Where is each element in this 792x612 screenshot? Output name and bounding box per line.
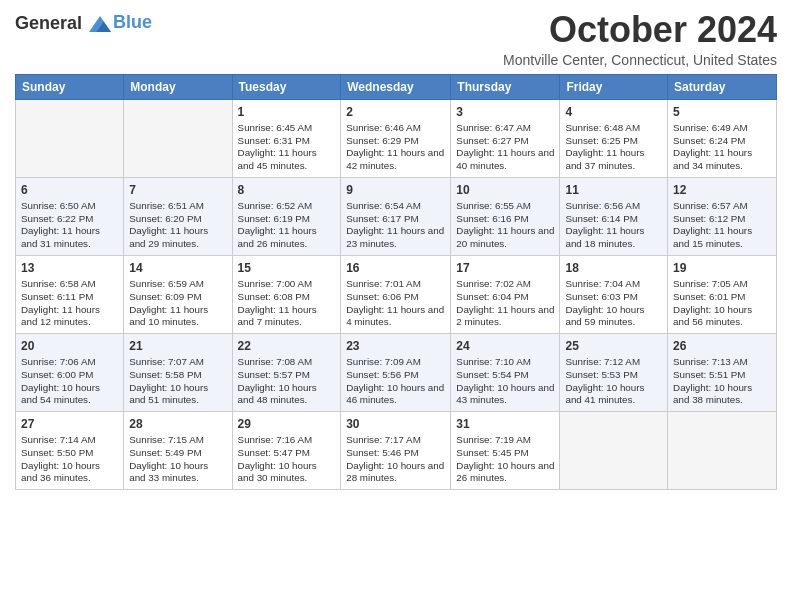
day-info: Sunrise: 7:00 AM Sunset: 6:08 PM Dayligh… bbox=[238, 278, 336, 329]
day-number: 26 bbox=[673, 338, 771, 354]
month-title: October 2024 bbox=[503, 10, 777, 50]
day-info: Sunrise: 7:09 AM Sunset: 5:56 PM Dayligh… bbox=[346, 356, 445, 407]
day-number: 29 bbox=[238, 416, 336, 432]
calendar-cell: 9Sunrise: 6:54 AM Sunset: 6:17 PM Daylig… bbox=[341, 177, 451, 255]
calendar-week-row: 27Sunrise: 7:14 AM Sunset: 5:50 PM Dayli… bbox=[16, 412, 777, 490]
calendar-cell: 4Sunrise: 6:48 AM Sunset: 6:25 PM Daylig… bbox=[560, 99, 668, 177]
calendar-cell: 12Sunrise: 6:57 AM Sunset: 6:12 PM Dayli… bbox=[668, 177, 777, 255]
calendar-cell: 15Sunrise: 7:00 AM Sunset: 6:08 PM Dayli… bbox=[232, 255, 341, 333]
day-info: Sunrise: 6:58 AM Sunset: 6:11 PM Dayligh… bbox=[21, 278, 118, 329]
day-info: Sunrise: 6:59 AM Sunset: 6:09 PM Dayligh… bbox=[129, 278, 226, 329]
day-info: Sunrise: 6:45 AM Sunset: 6:31 PM Dayligh… bbox=[238, 122, 336, 173]
day-info: Sunrise: 7:02 AM Sunset: 6:04 PM Dayligh… bbox=[456, 278, 554, 329]
day-info: Sunrise: 6:55 AM Sunset: 6:16 PM Dayligh… bbox=[456, 200, 554, 251]
location: Montville Center, Connecticut, United St… bbox=[503, 52, 777, 68]
day-number: 31 bbox=[456, 416, 554, 432]
calendar-cell: 14Sunrise: 6:59 AM Sunset: 6:09 PM Dayli… bbox=[124, 255, 232, 333]
calendar-cell: 1Sunrise: 6:45 AM Sunset: 6:31 PM Daylig… bbox=[232, 99, 341, 177]
calendar-cell: 26Sunrise: 7:13 AM Sunset: 5:51 PM Dayli… bbox=[668, 333, 777, 411]
calendar-cell: 24Sunrise: 7:10 AM Sunset: 5:54 PM Dayli… bbox=[451, 333, 560, 411]
day-number: 21 bbox=[129, 338, 226, 354]
calendar-cell: 8Sunrise: 6:52 AM Sunset: 6:19 PM Daylig… bbox=[232, 177, 341, 255]
day-number: 11 bbox=[565, 182, 662, 198]
calendar-cell: 27Sunrise: 7:14 AM Sunset: 5:50 PM Dayli… bbox=[16, 412, 124, 490]
day-number: 30 bbox=[346, 416, 445, 432]
day-info: Sunrise: 6:49 AM Sunset: 6:24 PM Dayligh… bbox=[673, 122, 771, 173]
day-number: 15 bbox=[238, 260, 336, 276]
day-number: 5 bbox=[673, 104, 771, 120]
day-info: Sunrise: 6:47 AM Sunset: 6:27 PM Dayligh… bbox=[456, 122, 554, 173]
calendar-cell: 28Sunrise: 7:15 AM Sunset: 5:49 PM Dayli… bbox=[124, 412, 232, 490]
title-block: October 2024 Montville Center, Connectic… bbox=[503, 10, 777, 68]
calendar-header-row: Sunday Monday Tuesday Wednesday Thursday… bbox=[16, 74, 777, 99]
calendar-cell: 6Sunrise: 6:50 AM Sunset: 6:22 PM Daylig… bbox=[16, 177, 124, 255]
day-number: 19 bbox=[673, 260, 771, 276]
calendar-page: General Blue October 2024 Montville Cent… bbox=[0, 0, 792, 612]
page-header: General Blue October 2024 Montville Cent… bbox=[15, 10, 777, 68]
calendar-week-row: 20Sunrise: 7:06 AM Sunset: 6:00 PM Dayli… bbox=[16, 333, 777, 411]
day-number: 28 bbox=[129, 416, 226, 432]
calendar-cell: 2Sunrise: 6:46 AM Sunset: 6:29 PM Daylig… bbox=[341, 99, 451, 177]
day-number: 16 bbox=[346, 260, 445, 276]
day-info: Sunrise: 7:06 AM Sunset: 6:00 PM Dayligh… bbox=[21, 356, 118, 407]
day-number: 24 bbox=[456, 338, 554, 354]
calendar-cell: 3Sunrise: 6:47 AM Sunset: 6:27 PM Daylig… bbox=[451, 99, 560, 177]
col-sunday: Sunday bbox=[16, 74, 124, 99]
calendar-cell: 17Sunrise: 7:02 AM Sunset: 6:04 PM Dayli… bbox=[451, 255, 560, 333]
calendar-cell: 22Sunrise: 7:08 AM Sunset: 5:57 PM Dayli… bbox=[232, 333, 341, 411]
calendar-cell bbox=[124, 99, 232, 177]
day-info: Sunrise: 6:48 AM Sunset: 6:25 PM Dayligh… bbox=[565, 122, 662, 173]
day-number: 20 bbox=[21, 338, 118, 354]
day-number: 22 bbox=[238, 338, 336, 354]
calendar-cell: 25Sunrise: 7:12 AM Sunset: 5:53 PM Dayli… bbox=[560, 333, 668, 411]
day-number: 13 bbox=[21, 260, 118, 276]
day-info: Sunrise: 6:56 AM Sunset: 6:14 PM Dayligh… bbox=[565, 200, 662, 251]
day-number: 17 bbox=[456, 260, 554, 276]
day-number: 14 bbox=[129, 260, 226, 276]
calendar-week-row: 6Sunrise: 6:50 AM Sunset: 6:22 PM Daylig… bbox=[16, 177, 777, 255]
calendar-cell: 10Sunrise: 6:55 AM Sunset: 6:16 PM Dayli… bbox=[451, 177, 560, 255]
calendar-cell bbox=[16, 99, 124, 177]
day-number: 12 bbox=[673, 182, 771, 198]
day-number: 7 bbox=[129, 182, 226, 198]
calendar-cell: 11Sunrise: 6:56 AM Sunset: 6:14 PM Dayli… bbox=[560, 177, 668, 255]
day-number: 10 bbox=[456, 182, 554, 198]
day-number: 9 bbox=[346, 182, 445, 198]
day-number: 6 bbox=[21, 182, 118, 198]
col-wednesday: Wednesday bbox=[341, 74, 451, 99]
col-thursday: Thursday bbox=[451, 74, 560, 99]
calendar-table: Sunday Monday Tuesday Wednesday Thursday… bbox=[15, 74, 777, 491]
col-tuesday: Tuesday bbox=[232, 74, 341, 99]
day-info: Sunrise: 7:10 AM Sunset: 5:54 PM Dayligh… bbox=[456, 356, 554, 407]
day-info: Sunrise: 6:51 AM Sunset: 6:20 PM Dayligh… bbox=[129, 200, 226, 251]
day-info: Sunrise: 6:46 AM Sunset: 6:29 PM Dayligh… bbox=[346, 122, 445, 173]
calendar-cell bbox=[668, 412, 777, 490]
calendar-cell: 20Sunrise: 7:06 AM Sunset: 6:00 PM Dayli… bbox=[16, 333, 124, 411]
calendar-cell: 7Sunrise: 6:51 AM Sunset: 6:20 PM Daylig… bbox=[124, 177, 232, 255]
day-info: Sunrise: 6:50 AM Sunset: 6:22 PM Dayligh… bbox=[21, 200, 118, 251]
col-friday: Friday bbox=[560, 74, 668, 99]
logo-icon bbox=[89, 15, 111, 33]
day-info: Sunrise: 6:52 AM Sunset: 6:19 PM Dayligh… bbox=[238, 200, 336, 251]
calendar-cell: 19Sunrise: 7:05 AM Sunset: 6:01 PM Dayli… bbox=[668, 255, 777, 333]
calendar-cell: 5Sunrise: 6:49 AM Sunset: 6:24 PM Daylig… bbox=[668, 99, 777, 177]
day-number: 8 bbox=[238, 182, 336, 198]
day-info: Sunrise: 6:57 AM Sunset: 6:12 PM Dayligh… bbox=[673, 200, 771, 251]
day-number: 1 bbox=[238, 104, 336, 120]
col-saturday: Saturday bbox=[668, 74, 777, 99]
day-info: Sunrise: 7:19 AM Sunset: 5:45 PM Dayligh… bbox=[456, 434, 554, 485]
day-number: 4 bbox=[565, 104, 662, 120]
calendar-cell: 31Sunrise: 7:19 AM Sunset: 5:45 PM Dayli… bbox=[451, 412, 560, 490]
calendar-cell: 13Sunrise: 6:58 AM Sunset: 6:11 PM Dayli… bbox=[16, 255, 124, 333]
day-info: Sunrise: 6:54 AM Sunset: 6:17 PM Dayligh… bbox=[346, 200, 445, 251]
calendar-week-row: 13Sunrise: 6:58 AM Sunset: 6:11 PM Dayli… bbox=[16, 255, 777, 333]
day-info: Sunrise: 7:01 AM Sunset: 6:06 PM Dayligh… bbox=[346, 278, 445, 329]
day-number: 25 bbox=[565, 338, 662, 354]
day-number: 2 bbox=[346, 104, 445, 120]
day-info: Sunrise: 7:13 AM Sunset: 5:51 PM Dayligh… bbox=[673, 356, 771, 407]
day-info: Sunrise: 7:08 AM Sunset: 5:57 PM Dayligh… bbox=[238, 356, 336, 407]
day-number: 3 bbox=[456, 104, 554, 120]
col-monday: Monday bbox=[124, 74, 232, 99]
day-info: Sunrise: 7:17 AM Sunset: 5:46 PM Dayligh… bbox=[346, 434, 445, 485]
calendar-cell: 16Sunrise: 7:01 AM Sunset: 6:06 PM Dayli… bbox=[341, 255, 451, 333]
